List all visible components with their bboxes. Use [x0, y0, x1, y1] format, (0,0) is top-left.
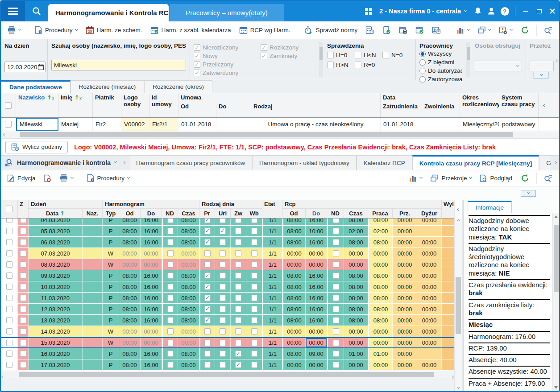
grid-cell-h_czas[interactable]: 00:00	[178, 248, 199, 259]
unchecked-checkbox-icon[interactable]	[220, 317, 226, 323]
unchecked-checkbox-icon[interactable]	[220, 351, 226, 357]
grid-cell-naz[interactable]	[83, 359, 103, 370]
grid-cell-url[interactable]	[215, 270, 231, 281]
scrollbar-thumb[interactable]	[467, 47, 470, 60]
grid-cell-date[interactable]: 08.03.2020	[29, 259, 83, 270]
unchecked-checkbox-icon[interactable]	[6, 317, 12, 323]
grid-cell-dyzur[interactable]: 00:00	[417, 281, 442, 292]
grid-cell-etat[interactable]: 1/1	[262, 259, 282, 270]
grid-cell-h_nd[interactable]	[162, 281, 178, 292]
print-button-2[interactable]	[56, 171, 77, 186]
grid-cell-typ[interactable]: P	[103, 281, 119, 292]
cell-system[interactable]: podstawowy	[499, 118, 539, 131]
vscroll-track[interactable]	[455, 225, 462, 385]
unchecked-checkbox-icon[interactable]	[235, 340, 241, 346]
unchecked-checkbox-icon[interactable]	[6, 219, 12, 223]
grid-col-header-r_do[interactable]: Do	[306, 209, 327, 218]
unchecked-checkbox-icon[interactable]	[20, 272, 26, 279]
grid-cell-r_do[interactable]: 16:00	[306, 281, 327, 292]
grid-cell-wb[interactable]	[246, 293, 262, 303]
grid-cell-wyl[interactable]	[442, 281, 454, 292]
unchecked-checkbox-icon[interactable]	[167, 261, 174, 268]
grid-cell-r_do[interactable]: 16:00	[306, 270, 327, 281]
unchecked-checkbox-icon[interactable]	[333, 250, 339, 256]
grid-cell-pr[interactable]	[199, 348, 215, 359]
grid-cell-url[interactable]	[215, 248, 231, 259]
grid-row[interactable]: 16.03.2020P08:0016:0008:001/108:0009:000…	[1, 348, 454, 359]
grid-cell-wb[interactable]	[246, 219, 262, 225]
grid-cell-h_czas[interactable]: 08:00	[178, 315, 199, 326]
grid-row[interactable]: 06.03.2020P08:0016:0008:001/108:0016:000…	[1, 237, 454, 248]
grid-cell-naz[interactable]	[83, 338, 103, 347]
apps-grid-button[interactable]	[361, 4, 375, 18]
grid-cell-date[interactable]: 09.03.2020	[29, 270, 83, 281]
grid-cell-r_od[interactable]: 08:00	[282, 219, 306, 225]
grid-cell-h_czas[interactable]: 08:00	[178, 219, 199, 225]
unchecked-checkbox-icon[interactable]	[333, 295, 339, 301]
unchecked-checkbox-icon[interactable]	[6, 228, 12, 234]
tabs-scroll-left[interactable]	[121, 155, 129, 170]
sprawdzenia-option[interactable]: N=0	[382, 51, 410, 59]
grid-cell-praca[interactable]: 08:00	[368, 270, 393, 281]
grid-cell-r_nd[interactable]	[327, 348, 344, 359]
grid-col-header-r_od[interactable]: Od	[282, 209, 306, 218]
grid-cell-pr[interactable]	[199, 304, 215, 314]
grid-cell-url[interactable]	[215, 219, 231, 225]
grid-cell-typ[interactable]: P	[103, 348, 119, 359]
grid-cell-h_od[interactable]: 00:00	[119, 259, 141, 270]
grid-row[interactable]: 14.03.2020W00:0000:0000:001/100:0000:000…	[1, 326, 454, 337]
scrollbar-thumb[interactable]	[319, 47, 323, 60]
header-umowa-od[interactable]: Od	[178, 102, 216, 117]
grid-cell-r_nd[interactable]	[327, 248, 344, 259]
header-zwolnienia[interactable]: Zwolnienia	[422, 102, 460, 117]
grid-cell-h_nd[interactable]	[162, 326, 178, 337]
grid-cell-r_czas[interactable]: 08:00	[344, 293, 368, 303]
unchecked-checkbox-icon[interactable]	[235, 328, 241, 334]
grid-cell-zw[interactable]	[231, 348, 246, 359]
grid-cell-typ[interactable]: P	[103, 304, 119, 314]
grid-cell-h_od[interactable]: 08:00	[119, 281, 141, 292]
grid-cell-r_od[interactable]: 08:00	[282, 237, 306, 248]
grid-cell-r_do[interactable]: 00:00	[306, 259, 327, 270]
unchecked-checkbox-icon[interactable]	[251, 317, 257, 323]
grid-cell-wyl[interactable]	[442, 348, 454, 359]
unchecked-checkbox-icon[interactable]	[251, 239, 257, 245]
grid-cell-h_nd[interactable]	[162, 248, 178, 259]
unchecked-checkbox-icon[interactable]	[235, 228, 241, 234]
grid-cell-h_do[interactable]: 00:00	[141, 259, 162, 270]
grid-cell-r_czas[interactable]: 08:00	[344, 237, 368, 248]
checked-checkbox-icon[interactable]	[204, 239, 211, 245]
grid-cell-naz[interactable]	[83, 304, 103, 314]
grid-cell-r_czas[interactable]: 00:00	[344, 326, 368, 337]
grid-cell-sel[interactable]	[1, 359, 18, 370]
tab-rozliczenie-miesiac[interactable]: Rozliczenie (miesiąc)	[71, 80, 145, 93]
grid-cell-h_do[interactable]: 16:00	[141, 359, 162, 370]
grid-cell-prz[interactable]: 00:00	[393, 248, 417, 259]
grid-cell-naz[interactable]	[83, 348, 103, 359]
grid-cell-pr[interactable]	[199, 315, 215, 326]
grid-cell-date[interactable]: 15.03.2020	[29, 338, 83, 347]
grid-cell-sel[interactable]	[1, 338, 18, 347]
grid-cell-wyl[interactable]	[442, 237, 454, 248]
grid-cell-r_czas[interactable]: 00:00	[344, 338, 368, 347]
grid-col-header-typ[interactable]: Typ	[103, 209, 119, 218]
grid-cell-sel[interactable]	[1, 237, 18, 248]
grid-cell-pr[interactable]	[199, 281, 215, 292]
scrollbar-thumb[interactable]	[554, 225, 559, 292]
grid-cell-h_od[interactable]: 00:00	[119, 248, 141, 259]
grid-cell-h_czas[interactable]: 00:00	[178, 259, 199, 270]
wylicz-godziny-button[interactable]: Wylicz godziny	[5, 141, 68, 153]
tabs-scroll-right[interactable]	[551, 155, 559, 170]
person-card-button[interactable]	[428, 23, 444, 37]
grid-col-header-dyzur[interactable]: Dyżur	[417, 209, 442, 218]
module-tab-3[interactable]: Kontrola czasu pracy RCP [Miesięczny]	[412, 155, 539, 170]
checked-checkbox-icon[interactable]	[220, 228, 226, 234]
grid-col-header-zw[interactable]: Zw	[231, 209, 246, 218]
maximize-button[interactable]	[532, 1, 546, 21]
header-imie[interactable]: Imię↑2	[58, 93, 93, 117]
grid-cell-h_od[interactable]: 08:00	[119, 226, 141, 236]
grid-cell-r_czas[interactable]: 08:00	[344, 270, 368, 281]
grid-cell-r_nd[interactable]	[327, 338, 344, 347]
grid-cell-h_do[interactable]: 16:00	[141, 348, 162, 359]
grid-row[interactable]: 17.03.2020P08:0016:0008:001/100:0000:000…	[1, 359, 454, 371]
